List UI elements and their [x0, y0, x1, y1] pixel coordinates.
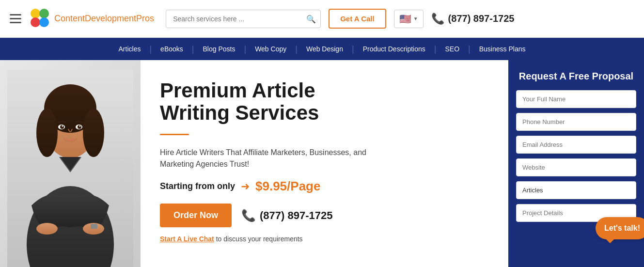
- hero-content: Premium Article Writing Services Hire Ar…: [141, 60, 508, 267]
- search-bar: 🔍: [166, 10, 321, 28]
- svg-point-1: [39, 9, 49, 18]
- nav-item-web-copy[interactable]: Web Copy: [246, 45, 295, 53]
- pricing-label: Starting from only: [160, 181, 235, 191]
- logo[interactable]: ContentDevelopmentPros: [29, 7, 154, 31]
- nav-item-web-design[interactable]: Web Design: [298, 45, 352, 53]
- phone-cta: 📞 (877) 897-1725: [241, 209, 332, 222]
- svg-point-16: [79, 126, 81, 127]
- svg-point-10: [83, 109, 104, 157]
- hero-image-area: [0, 60, 141, 267]
- logo-icon: [29, 7, 50, 31]
- language-selector[interactable]: 🇺🇸 ▼: [394, 10, 424, 28]
- svg-point-2: [31, 17, 40, 27]
- form-title: Request A Free Proposal: [516, 70, 636, 82]
- live-chat-row: Start A Live Chat to discuss your requir…: [160, 235, 494, 243]
- cta-row: Order Now 📞 (877) 897-1725: [160, 204, 494, 227]
- header-phone-number[interactable]: (877) 897-1725: [448, 13, 515, 24]
- nav-item-business-plans[interactable]: Business Plans: [471, 45, 534, 53]
- service-select[interactable]: Articles: [516, 181, 636, 199]
- arrow-icon: ➜: [241, 180, 250, 193]
- chevron-down-icon: ▼: [413, 16, 418, 21]
- pricing-row: Starting from only ➜ $9.95/Page: [160, 179, 494, 194]
- hero-subtitle: Hire Article Writers That Affiliate Mark…: [160, 147, 373, 170]
- lets-talk-button[interactable]: Let's talk!: [596, 217, 644, 239]
- email-input[interactable]: [516, 136, 636, 154]
- live-chat-suffix: to discuss your requirements: [216, 235, 303, 243]
- svg-point-3: [39, 17, 49, 27]
- svg-point-17: [36, 223, 58, 235]
- search-icon: 🔍: [306, 14, 316, 23]
- nav-item-product-descriptions[interactable]: Product Descriptions: [354, 45, 434, 53]
- hamburger-menu[interactable]: [10, 14, 21, 23]
- phone-icon: 📞: [241, 209, 256, 222]
- main-content: Premium Article Writing Services Hire Ar…: [0, 60, 644, 267]
- main-nav: Articles | eBooks | Blog Posts | Web Cop…: [0, 38, 644, 60]
- order-now-button[interactable]: Order Now: [160, 204, 232, 227]
- nav-item-articles[interactable]: Articles: [110, 45, 150, 53]
- logo-text: ContentDevelopmentPros: [54, 14, 154, 24]
- flag-icon: 🇺🇸: [399, 13, 411, 25]
- svg-point-15: [62, 126, 63, 127]
- proposal-form: Request A Free Proposal Articles Let's t…: [508, 60, 644, 267]
- website-input[interactable]: [516, 158, 636, 176]
- cta-phone-number[interactable]: (877) 897-1725: [260, 209, 332, 222]
- nav-item-seo[interactable]: SEO: [436, 45, 468, 53]
- get-call-button[interactable]: Get A Call: [329, 9, 386, 29]
- svg-rect-19: [91, 224, 97, 229]
- svg-point-9: [36, 109, 58, 157]
- hero-woman-image: [7, 70, 133, 267]
- live-chat-link[interactable]: Start A Live Chat: [160, 235, 214, 243]
- page-title: Premium Article Writing Services: [160, 79, 494, 124]
- full-name-input[interactable]: [516, 90, 636, 108]
- nav-item-blog-posts[interactable]: Blog Posts: [194, 45, 244, 53]
- pricing-value: $9.95/Page: [255, 179, 320, 194]
- phone-input[interactable]: [516, 113, 636, 131]
- header-phone: 📞 (877) 897-1725: [431, 13, 515, 25]
- search-input[interactable]: [166, 10, 321, 28]
- header: ContentDevelopmentPros 🔍 Get A Call 🇺🇸 ▼…: [0, 0, 644, 38]
- phone-icon: 📞: [431, 13, 444, 25]
- title-underline: [160, 134, 189, 135]
- nav-item-ebooks[interactable]: eBooks: [152, 45, 192, 53]
- svg-point-0: [31, 9, 40, 18]
